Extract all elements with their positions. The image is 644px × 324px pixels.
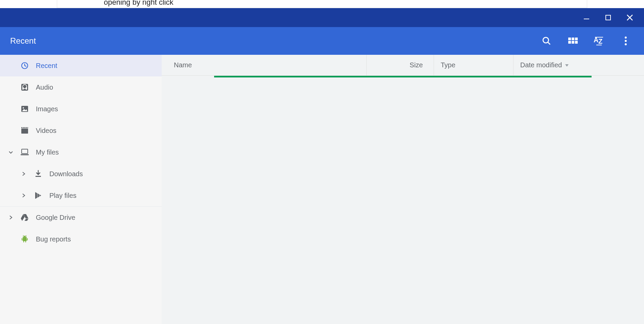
svg-rect-1 bbox=[606, 15, 611, 20]
grid-view-icon bbox=[568, 38, 578, 44]
chevron-down-icon bbox=[8, 149, 14, 155]
page-context-bar: opening by right click bbox=[57, 0, 587, 8]
svg-point-16 bbox=[625, 43, 627, 45]
sidebar-item-label: Bug reports bbox=[36, 235, 71, 243]
svg-rect-8 bbox=[575, 38, 578, 40]
context-text: opening by right click bbox=[104, 0, 173, 7]
sidebar-item-videos[interactable]: Videos bbox=[0, 120, 162, 141]
sort-desc-icon bbox=[565, 64, 569, 67]
table-header-row: Name Size Type Date modified bbox=[162, 55, 644, 76]
svg-line-48 bbox=[26, 235, 26, 236]
column-header-date[interactable]: Date modified bbox=[513, 55, 644, 75]
svg-rect-33 bbox=[36, 176, 41, 177]
svg-marker-32 bbox=[36, 173, 40, 175]
sidebar-item-label: Images bbox=[36, 105, 58, 113]
chevron-right-icon bbox=[21, 171, 26, 176]
view-toggle-button[interactable] bbox=[565, 33, 581, 49]
sidebar-item-bugreports[interactable]: Bug reports bbox=[0, 228, 162, 250]
svg-rect-7 bbox=[572, 38, 574, 40]
sort-button[interactable]: A Z bbox=[591, 33, 607, 49]
sidebar-item-myfiles[interactable]: My files bbox=[0, 141, 162, 163]
search-button[interactable] bbox=[538, 33, 555, 49]
expand-toggle[interactable] bbox=[20, 170, 27, 177]
svg-rect-9 bbox=[568, 41, 571, 44]
svg-marker-49 bbox=[565, 64, 569, 67]
svg-point-15 bbox=[625, 40, 627, 42]
svg-point-45 bbox=[23, 236, 24, 237]
sidebar-item-label: My files bbox=[36, 148, 59, 156]
svg-rect-28 bbox=[26, 127, 27, 128]
image-icon bbox=[20, 105, 29, 113]
file-list-pane: Name Size Type Date modified bbox=[162, 55, 644, 324]
column-label: Size bbox=[410, 61, 423, 69]
sidebar-item-label: Google Drive bbox=[36, 214, 75, 222]
sidebar-item-label: Play files bbox=[49, 192, 76, 200]
svg-rect-29 bbox=[27, 127, 28, 128]
loading-bar-fill bbox=[214, 76, 592, 77]
svg-rect-6 bbox=[568, 38, 571, 40]
android-icon bbox=[20, 235, 29, 244]
drive-icon bbox=[20, 213, 29, 222]
sidebar: Recent Audio Images Videos bbox=[0, 55, 162, 324]
svg-rect-21 bbox=[26, 87, 27, 90]
svg-rect-10 bbox=[572, 41, 574, 44]
sidebar-item-recent[interactable]: Recent bbox=[0, 55, 162, 76]
svg-rect-11 bbox=[575, 41, 578, 44]
sidebar-item-playfiles[interactable]: Play files bbox=[0, 185, 162, 206]
svg-rect-41 bbox=[22, 238, 22, 240]
svg-rect-20 bbox=[22, 87, 24, 90]
more-options-button[interactable] bbox=[618, 33, 634, 49]
column-header-type[interactable]: Type bbox=[434, 55, 513, 75]
column-header-size[interactable]: Size bbox=[367, 55, 434, 75]
loading-bar bbox=[162, 76, 592, 77]
sidebar-item-images[interactable]: Images bbox=[0, 98, 162, 120]
headphones-icon bbox=[20, 83, 29, 92]
more-vert-icon bbox=[624, 37, 627, 45]
laptop-icon bbox=[20, 148, 29, 157]
file-list-empty bbox=[162, 77, 644, 324]
sidebar-item-label: Recent bbox=[36, 62, 57, 70]
svg-line-5 bbox=[548, 42, 550, 45]
sidebar-item-label: Audio bbox=[36, 84, 53, 91]
sidebar-item-label: Videos bbox=[36, 127, 56, 135]
expand-toggle[interactable] bbox=[7, 149, 14, 156]
svg-point-4 bbox=[543, 38, 549, 43]
video-icon bbox=[20, 126, 29, 135]
play-icon bbox=[34, 191, 43, 200]
chevron-right-icon bbox=[21, 193, 26, 198]
expand-toggle[interactable] bbox=[7, 214, 14, 221]
window-titlebar bbox=[0, 8, 644, 27]
svg-line-47 bbox=[23, 235, 24, 236]
clock-icon bbox=[20, 61, 29, 70]
svg-marker-38 bbox=[25, 219, 29, 221]
svg-rect-30 bbox=[22, 149, 28, 154]
svg-rect-44 bbox=[25, 241, 26, 242]
svg-rect-31 bbox=[21, 154, 29, 155]
chevron-right-icon bbox=[8, 215, 13, 220]
sidebar-item-label: Downloads bbox=[49, 170, 83, 178]
svg-rect-25 bbox=[21, 127, 22, 128]
search-icon bbox=[542, 36, 551, 46]
sidebar-item-googledrive[interactable]: Google Drive bbox=[0, 207, 162, 228]
svg-point-23 bbox=[23, 107, 24, 109]
app-header: Recent A Z bbox=[0, 27, 644, 55]
expand-toggle[interactable] bbox=[20, 192, 27, 199]
sidebar-item-audio[interactable]: Audio bbox=[0, 76, 162, 98]
window-minimize-button[interactable] bbox=[582, 14, 591, 22]
svg-rect-27 bbox=[24, 127, 25, 128]
sidebar-item-downloads[interactable]: Downloads bbox=[0, 163, 162, 185]
svg-rect-42 bbox=[27, 238, 28, 240]
svg-rect-40 bbox=[23, 238, 27, 241]
header-title: Recent bbox=[10, 36, 36, 46]
download-icon bbox=[34, 169, 43, 178]
svg-rect-24 bbox=[21, 129, 28, 134]
column-header-name[interactable]: Name bbox=[162, 55, 367, 75]
sort-az-icon: A Z bbox=[594, 36, 605, 46]
column-label: Date modified bbox=[520, 61, 562, 69]
column-label: Type bbox=[441, 61, 455, 69]
column-label: Name bbox=[174, 61, 192, 69]
window-maximize-button[interactable] bbox=[604, 14, 612, 22]
window-close-button[interactable] bbox=[626, 14, 634, 22]
svg-rect-43 bbox=[23, 241, 24, 242]
svg-marker-34 bbox=[35, 192, 41, 199]
